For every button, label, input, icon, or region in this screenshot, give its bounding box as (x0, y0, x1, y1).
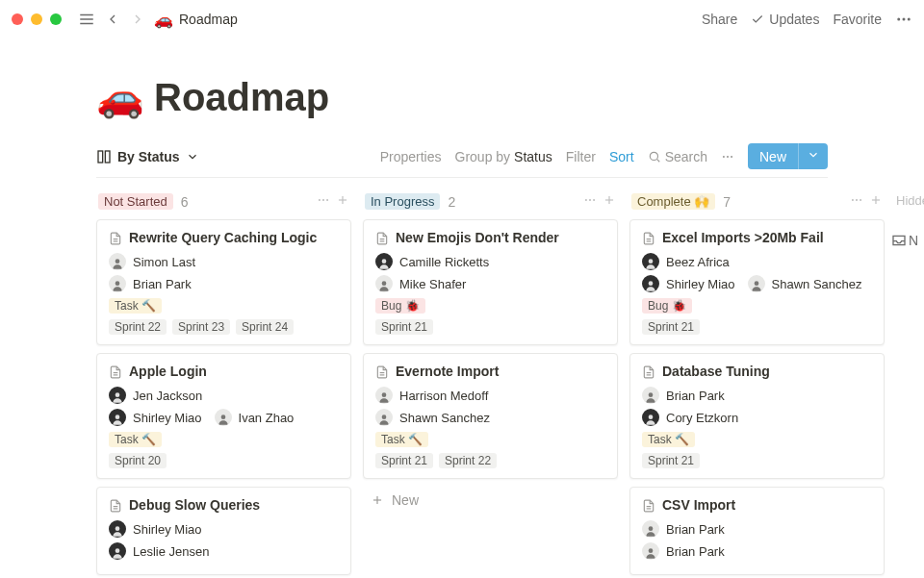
avatar (375, 409, 393, 426)
avatar (109, 387, 126, 404)
inbox-shortcut[interactable]: N (891, 233, 918, 248)
favorite-button[interactable]: Favorite (833, 12, 882, 27)
avatar (109, 275, 126, 292)
avatar (109, 409, 126, 426)
forward-button[interactable] (125, 8, 150, 31)
column-status-pill[interactable]: In Progress (365, 193, 440, 210)
svg-point-38 (382, 259, 387, 264)
sprint-row: Sprint 21 (642, 319, 872, 335)
person-name: Shirley Miao (133, 411, 202, 425)
column-complete: Complete 🙌7Excel Imports >20Mb FailBeez … (629, 189, 885, 578)
avatar (109, 542, 126, 560)
svg-rect-7 (105, 151, 110, 163)
type-tag: Task 🔨 (109, 298, 162, 314)
column-add-button[interactable] (336, 193, 349, 210)
svg-point-48 (860, 199, 861, 201)
person-row: Shirley MiaoShawn Sanchez (642, 275, 872, 292)
new-button: New (748, 143, 828, 169)
column-more-button[interactable] (850, 193, 863, 210)
column-add-button[interactable] (603, 193, 616, 210)
new-card-button[interactable]: New (363, 487, 618, 514)
card[interactable]: Debug Slow QueriesShirley MiaoLeslie Jen… (96, 487, 351, 575)
type-tag: Task 🔨 (109, 432, 162, 447)
person-row: Brian Park (642, 520, 872, 538)
type-tag: Task 🔨 (642, 432, 695, 447)
card-title: Database Tuning (642, 364, 872, 379)
new-button-main[interactable]: New (748, 144, 798, 169)
svg-point-13 (319, 199, 321, 201)
svg-point-21 (116, 281, 120, 286)
card[interactable]: Evernote ImportHarrison MedoffShawn Sanc… (363, 353, 618, 479)
avatar (375, 253, 393, 270)
menu-icon[interactable] (73, 7, 100, 32)
minimize-window-button[interactable] (31, 13, 42, 25)
column-add-button[interactable] (869, 193, 883, 210)
sprint-tag: Sprint 21 (375, 453, 433, 468)
svg-point-31 (585, 199, 587, 201)
person-row: Leslie Jensen (109, 542, 339, 560)
column-header: Not Started6 (96, 189, 351, 219)
person-name: Jen Jackson (133, 389, 202, 403)
person-row: Mike Shafer (375, 275, 605, 292)
sprint-tag: Sprint 22 (439, 453, 497, 468)
card-title: Apple Login (109, 364, 339, 379)
breadcrumb[interactable]: 🚗 Roadmap (154, 11, 238, 29)
view-controls: Properties Group by Status Filter Sort S… (380, 143, 828, 169)
svg-point-54 (649, 281, 654, 286)
board: Not Started6Rewrite Query Caching LogicS… (96, 189, 828, 578)
share-button[interactable]: Share (702, 12, 737, 27)
group-by-button[interactable]: Group by Status (455, 149, 552, 164)
sprint-row: Sprint 21Sprint 22 (375, 453, 605, 468)
svg-point-11 (727, 155, 729, 157)
card[interactable]: CSV ImportBrian ParkBrian Park (629, 487, 885, 575)
person-row: Jen Jackson (109, 387, 339, 404)
sort-button[interactable]: Sort (609, 149, 634, 164)
person-row: Harrison Medoff (375, 387, 605, 404)
person-name: Shirley Miao (666, 277, 735, 291)
person-name: Shawn Sanchez (772, 277, 862, 291)
page-title[interactable]: 🚗 Roadmap (96, 75, 828, 120)
column-status-pill[interactable]: Not Started (98, 193, 173, 210)
column-status-pill[interactable]: Complete 🙌 (631, 193, 715, 210)
card[interactable]: Rewrite Query Caching LogicSimon LastBri… (96, 219, 351, 345)
person-row: Simon Last (109, 253, 339, 270)
search-button[interactable]: Search (648, 149, 707, 164)
more-button[interactable] (895, 11, 912, 28)
tag-row: Task 🔨 (109, 432, 339, 447)
hidden-groups-label[interactable]: Hidde (896, 189, 924, 208)
person-name: Harrison Medoff (399, 389, 488, 403)
svg-point-63 (649, 548, 654, 553)
tag-row: Task 🔨 (109, 298, 339, 314)
svg-line-9 (656, 159, 659, 162)
column-more-button[interactable] (583, 193, 597, 210)
person-row: Shirley MiaoIvan Zhao (109, 409, 339, 426)
page-content: 🚗 Roadmap By Status Properties Group by … (0, 38, 924, 578)
sprint-row: Sprint 21 (642, 453, 872, 468)
new-button-dropdown[interactable] (798, 143, 828, 169)
card-title-text: CSV Import (662, 497, 735, 513)
view-selector-label: By Status (117, 149, 180, 164)
page-emoji-icon[interactable]: 🚗 (96, 75, 144, 120)
filter-button[interactable]: Filter (566, 149, 596, 164)
svg-point-20 (116, 259, 120, 264)
close-window-button[interactable] (12, 13, 23, 25)
avatar (748, 275, 765, 292)
column-not_started: Not Started6Rewrite Query Caching LogicS… (96, 189, 351, 578)
person-name: Simon Last (133, 255, 195, 269)
column-more-button[interactable] (317, 193, 330, 210)
updates-button[interactable]: Updates (751, 12, 819, 27)
card[interactable]: New Emojis Don't RenderCamille RickettsM… (363, 219, 618, 345)
card-title-text: Rewrite Query Caching Logic (129, 230, 317, 245)
maximize-window-button[interactable] (50, 13, 62, 25)
card[interactable]: Apple LoginJen JacksonShirley MiaoIvan Z… (96, 353, 351, 479)
card-title: Rewrite Query Caching Logic (109, 230, 339, 245)
properties-button[interactable]: Properties (380, 149, 442, 164)
card[interactable]: Excel Imports >20Mb FailBeez AfricaShirl… (629, 219, 885, 345)
view-selector[interactable]: By Status (96, 149, 199, 164)
inbox-label: N (909, 233, 918, 248)
view-more-button[interactable] (721, 150, 734, 163)
card[interactable]: Database TuningBrian ParkCory EtzkornTas… (629, 353, 885, 479)
view-selector-row: By Status Properties Group by Status Fil… (96, 143, 828, 178)
back-button[interactable] (100, 8, 125, 31)
svg-point-58 (649, 392, 654, 397)
